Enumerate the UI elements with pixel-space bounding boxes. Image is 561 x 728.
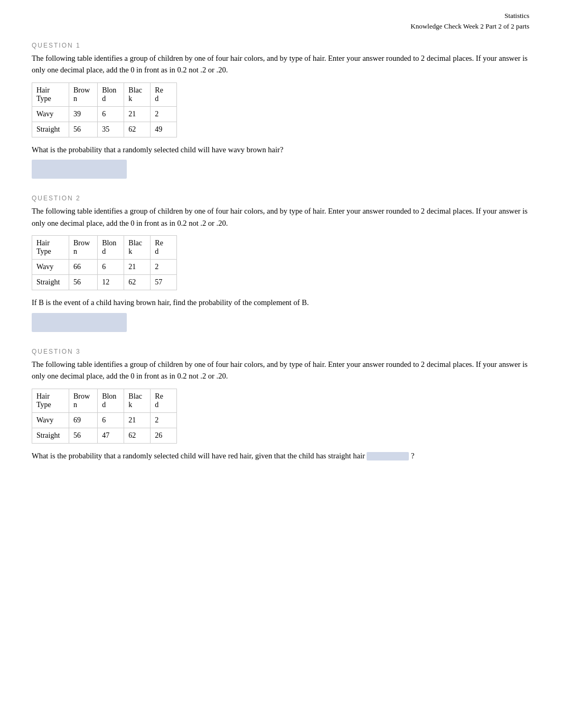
- table-cell: 21: [124, 106, 151, 122]
- table-cell: 56: [69, 122, 98, 137]
- table-cell: Straight: [32, 122, 69, 137]
- table-cell: 2: [151, 412, 177, 428]
- table-cell: 56: [69, 428, 98, 443]
- table-cell: 49: [151, 122, 177, 137]
- table-cell: 12: [98, 275, 124, 290]
- question-2-label: QUESTION 2: [32, 195, 529, 202]
- question-3-label: QUESTION 3: [32, 348, 529, 355]
- table-cell: Red: [151, 389, 177, 412]
- table-cell: Blond: [98, 236, 124, 260]
- table-cell: Straight: [32, 428, 69, 443]
- table-cell: Brown: [69, 236, 98, 260]
- table-cell: Brown: [69, 389, 98, 412]
- question-3-intro: The following table identifies a group o…: [32, 358, 529, 382]
- question-3-text-part1: What is the probability that a randomly …: [32, 451, 365, 460]
- table-cell: HairType: [32, 389, 69, 412]
- table-cell: Wavy: [32, 412, 69, 428]
- table-row: Wavy 39 6 21 2: [32, 106, 177, 122]
- table-cell: 56: [69, 275, 98, 290]
- table-row: HairType Brown Blond Black Red: [32, 236, 177, 260]
- table-cell: 35: [98, 122, 124, 137]
- question-2-text: If B is the event of a child having brow…: [32, 297, 529, 308]
- table-cell: 57: [151, 275, 177, 290]
- table-cell: Black: [124, 389, 151, 412]
- question-1-text: What is the probability that a randomly …: [32, 144, 529, 155]
- table-cell: 2: [151, 260, 177, 275]
- question-3-text-part2: ?: [411, 451, 414, 460]
- table-cell: Red: [151, 82, 177, 106]
- question-1-intro: The following table identifies a group o…: [32, 52, 529, 76]
- table-row: HairType Brown Blond Black Red: [32, 389, 177, 412]
- table-cell: 2: [151, 106, 177, 122]
- question-3-table: HairType Brown Blond Black Red Wavy 69 6…: [32, 389, 177, 444]
- question-2-answer-box[interactable]: [32, 313, 127, 332]
- table-cell: 69: [69, 412, 98, 428]
- table-cell: Red: [151, 236, 177, 260]
- table-cell: Straight: [32, 275, 69, 290]
- table-cell: 21: [124, 412, 151, 428]
- question-1-answer-box[interactable]: [32, 160, 127, 179]
- table-cell: 62: [124, 275, 151, 290]
- table-cell: HairType: [32, 236, 69, 260]
- table-cell: 6: [98, 106, 124, 122]
- question-3-text: What is the probability that a randomly …: [32, 450, 529, 462]
- header-line1: Statistics: [32, 11, 529, 21]
- header-line2: Knowledge Check Week 2 Part 2 of 2 parts: [32, 21, 529, 32]
- table-row: Straight 56 12 62 57: [32, 275, 177, 290]
- table-cell: 66: [69, 260, 98, 275]
- question-1-block: QUESTION 1 The following table identifie…: [32, 42, 529, 179]
- table-row: Straight 56 47 62 26: [32, 428, 177, 443]
- table-cell: HairType: [32, 82, 69, 106]
- table-cell: 39: [69, 106, 98, 122]
- table-row: Straight 56 35 62 49: [32, 122, 177, 137]
- table-cell: Blond: [98, 82, 124, 106]
- question-2-table: HairType Brown Blond Black Red Wavy 66 6…: [32, 235, 177, 290]
- question-1-label: QUESTION 1: [32, 42, 529, 49]
- table-cell: 62: [124, 428, 151, 443]
- table-cell: 21: [124, 260, 151, 275]
- table-cell: Black: [124, 236, 151, 260]
- table-cell: Blond: [98, 389, 124, 412]
- question-3-inline-blank[interactable]: [367, 452, 409, 460]
- table-cell: Wavy: [32, 106, 69, 122]
- table-row: HairType Brown Blond Black Red: [32, 82, 177, 106]
- page-header: Statistics Knowledge Check Week 2 Part 2…: [32, 11, 529, 31]
- table-cell: Brown: [69, 82, 98, 106]
- table-cell: 6: [98, 260, 124, 275]
- table-cell: 47: [98, 428, 124, 443]
- question-3-block: QUESTION 3 The following table identifie…: [32, 348, 529, 462]
- table-row: Wavy 69 6 21 2: [32, 412, 177, 428]
- table-row: Wavy 66 6 21 2: [32, 260, 177, 275]
- table-cell: 26: [151, 428, 177, 443]
- question-2-block: QUESTION 2 The following table identifie…: [32, 195, 529, 331]
- table-cell: Wavy: [32, 260, 69, 275]
- table-cell: Black: [124, 82, 151, 106]
- table-cell: 6: [98, 412, 124, 428]
- question-2-intro: The following table identifies a group o…: [32, 205, 529, 229]
- table-cell: 62: [124, 122, 151, 137]
- question-1-table: HairType Brown Blond Black Red Wavy 39 6…: [32, 82, 177, 137]
